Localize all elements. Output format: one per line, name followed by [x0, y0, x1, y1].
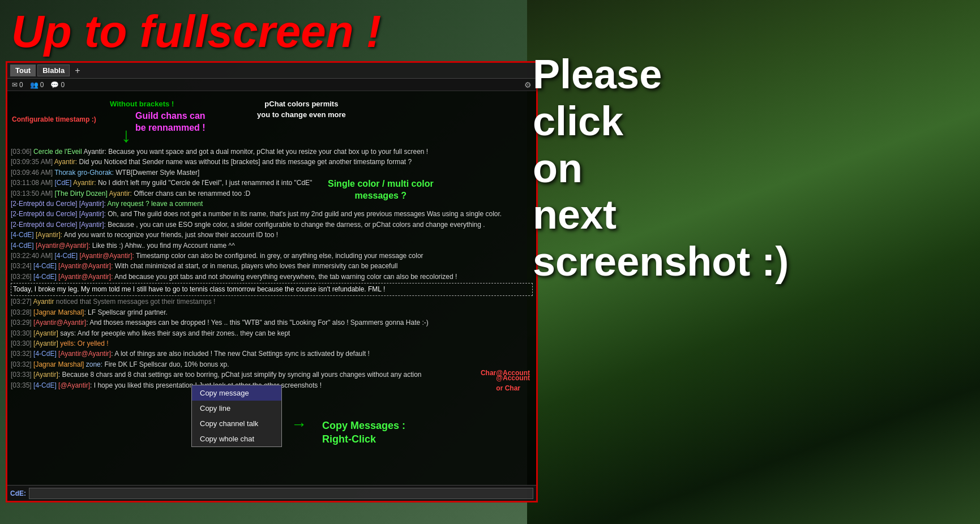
msg-3: [03:11:08 AM] [CdE] Ayantir: No I didn't…: [11, 178, 533, 188]
chat-count-status: 💬 0: [50, 81, 65, 89]
page-title: Up to fullscreen !: [11, 6, 381, 58]
copy-messages-arrow: →: [291, 413, 307, 436]
envelope-icon: ✉: [12, 81, 18, 89]
msg-2: [03:09:46 AM] Thorak gro-Ghorak: WTB[Dwe…: [11, 168, 533, 178]
annotation-single-color: Single color / multi color messages ?: [328, 178, 434, 202]
messages-list: [03:06] Cercle de l'Eveil Ayantir: Becau…: [11, 147, 533, 390]
msg-4: [03:13:50 AM] [The Dirty Dozen] Ayantir:…: [11, 189, 533, 199]
context-menu-copy-channel-talk[interactable]: Copy channel talk: [192, 416, 281, 431]
msg-10: [03:22:40 AM] [4-CdE] [Ayantir@Ayantir]:…: [11, 251, 533, 261]
settings-icon[interactable]: ⚙: [524, 80, 532, 89]
context-menu-copy-line[interactable]: Copy line: [192, 401, 281, 416]
chat-tab-bar: Tout Blabla +: [7, 63, 536, 79]
annotation-guild-chans: Guild chans can be rennammed !: [135, 110, 206, 134]
msg-14: [03:27] Ayantir noticed that System mess…: [11, 297, 533, 307]
chat-icon: 💬: [50, 81, 59, 89]
right-panel-line4: next: [533, 192, 617, 237]
chat-window: Tout Blabla + ✉ 0 👥 0 💬 0 ⚙ Without brac…: [6, 61, 538, 502]
tab-blabla[interactable]: Blabla: [37, 65, 70, 76]
annotation-account-char: @Account or Char: [496, 373, 530, 393]
envelope-count: 0: [19, 81, 23, 89]
msg-11: [03:24] [4-CdE] [Ayantir@Ayantir]: With …: [11, 261, 533, 271]
tab-add-button[interactable]: +: [71, 66, 83, 76]
msg-21: [03:33] [Ayantir]: Because 8 chars and 8…: [11, 370, 533, 380]
right-panel-text: Please click on next screenshot :): [533, 51, 957, 285]
msg-16: [03:29] [Ayantir@Ayantir]: And thoses me…: [11, 318, 533, 328]
msg-19: [03:32] [4-CdE] [Ayantir@Ayantir]: A lot…: [11, 349, 533, 359]
msg-17: [03:30] [Ayantir] says: And for peeople …: [11, 329, 533, 338]
right-panel-line2: click: [533, 98, 623, 144]
group-count: 0: [40, 81, 44, 89]
input-channel-label: CdE:: [10, 489, 26, 497]
context-menu-copy-whole-chat[interactable]: Copy whole chat: [192, 431, 281, 446]
msg-5: [2-Entrepôt du Cercle] [Ayantir]: Any re…: [11, 199, 533, 209]
right-panel-line3: on: [533, 145, 583, 191]
context-menu: Copy message Copy line Copy channel talk…: [191, 385, 282, 447]
group-status: 👥 0: [30, 81, 44, 89]
chat-status-bar: ✉ 0 👥 0 💬 0 ⚙: [7, 79, 536, 91]
arrow-without-brackets: ↓: [121, 121, 131, 150]
right-panel-line5: screenshot :): [533, 239, 789, 284]
msg-7: [2-Entrepôt du Cercle] [Ayantir]: Becaus…: [11, 220, 533, 230]
annotation-pchat-colors: pChat colors permits you to change even …: [257, 99, 346, 121]
msg-1: [03:09:35 AM] Ayantir: Did you Noticed t…: [11, 157, 533, 167]
chat-input-bar: CdE:: [7, 485, 536, 501]
group-icon: 👥: [30, 81, 38, 89]
msg-9: [4-CdE] [Ayantir@Ayantir]: Like this :) …: [11, 241, 533, 251]
msg-8: [4-CdE] [Ayantir]: And you want to recog…: [11, 230, 533, 240]
msg-12: [03:26] [4-CdE] [Ayantir@Ayantir]: And b…: [11, 272, 533, 282]
annotation-copy-messages: Copy Messages : Right-Click: [322, 419, 405, 446]
chat-count: 0: [61, 81, 65, 89]
msg-0: [03:06] Cercle de l'Eveil Ayantir: Becau…: [11, 147, 533, 157]
annotation-configurable-ts: Configurable timestamp :): [12, 115, 96, 124]
msg-20: [03:32] [Jagnar Marshal] zone: Fire DK L…: [11, 360, 533, 370]
msg-13: Today, I broke my leg. My mom told me I …: [11, 283, 533, 296]
tab-tout[interactable]: Tout: [10, 65, 36, 76]
chat-text-input[interactable]: [29, 488, 533, 499]
envelope-status: ✉ 0: [12, 81, 23, 89]
right-panel-line1: Please: [533, 51, 662, 97]
msg-15: [03:28] [Jagnar Marshal]: LF Spellscar g…: [11, 308, 533, 317]
context-menu-copy-message[interactable]: Copy message: [192, 385, 281, 401]
msg-18: [03:30] [Ayantir] yells: Or yelled !: [11, 339, 533, 349]
msg-6: [2-Entrepôt du Cercle] [Ayantir]: Oh, an…: [11, 209, 533, 219]
annotation-without-brackets: Without brackets !: [110, 99, 174, 110]
